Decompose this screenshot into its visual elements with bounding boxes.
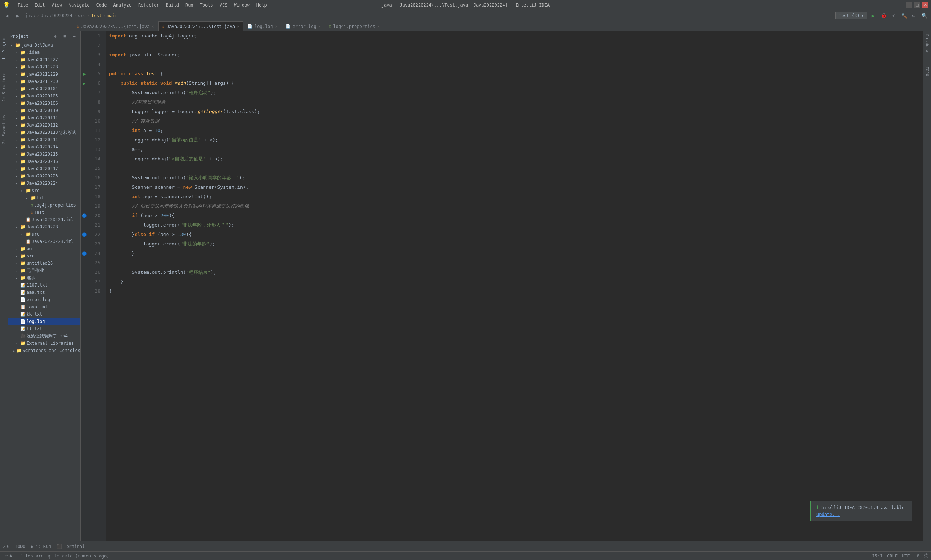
- tree-item[interactable]: ▸ 📁 src: [8, 252, 80, 260]
- tree-item[interactable]: ▸ 📁 Java20220215: [8, 151, 80, 158]
- run-gutter-icon[interactable]: ▶: [83, 71, 86, 77]
- tree-item[interactable]: 📝 1107.txt: [8, 282, 80, 289]
- tree-item[interactable]: ▸ 📁 Scratches and Consoles: [8, 347, 80, 354]
- tree-item[interactable]: ▸ 📁 java20211229: [8, 71, 80, 78]
- tree-item[interactable]: ▸ 📁 元旦作业: [8, 267, 80, 274]
- tree-item[interactable]: ▸ 📁 Java20220111: [8, 114, 80, 122]
- todo-button[interactable]: ✓ 6: TODO: [3, 544, 25, 549]
- tree-item[interactable]: 📋 java.iml: [8, 303, 80, 311]
- tree-item[interactable]: 📄 error.log: [8, 296, 80, 303]
- project-collapse-icon[interactable]: −: [70, 32, 78, 40]
- tab-close-icon[interactable]: ✕: [237, 25, 239, 28]
- tree-item[interactable]: ▸ 📁 Java20220106: [8, 100, 80, 107]
- close-button[interactable]: ✕: [922, 2, 928, 8]
- menu-refactor[interactable]: Refactor: [135, 2, 162, 8]
- tab-error-log[interactable]: 📄 error.log ✕: [282, 22, 325, 31]
- menu-build[interactable]: Build: [163, 2, 182, 8]
- sidebar-tab-database[interactable]: Database: [923, 31, 931, 56]
- tree-item[interactable]: ▸ 📁 External Libraries: [8, 340, 80, 347]
- tree-item[interactable]: ▸ 📁 Java20220113期末考试: [8, 129, 80, 136]
- tab-close-icon[interactable]: ✕: [152, 25, 154, 28]
- sidebar-tab-todo-right[interactable]: TODO: [923, 64, 931, 79]
- menu-file[interactable]: File: [15, 2, 31, 8]
- tree-item[interactable]: ▾ 📁 src: [8, 187, 80, 194]
- breadcrumb-test[interactable]: Test: [91, 13, 102, 18]
- menu-tools[interactable]: Tools: [197, 2, 216, 8]
- tree-item[interactable]: ▸ 📁 untitled26: [8, 260, 80, 267]
- tree-item[interactable]: ▸ 📁 Java20220214: [8, 143, 80, 151]
- search-everywhere-icon[interactable]: 🔍: [920, 12, 928, 20]
- menu-run[interactable]: Run: [183, 2, 196, 8]
- tree-item[interactable]: 📋 Java20220224.iml: [8, 216, 80, 223]
- run-button[interactable]: ▶: [869, 12, 877, 20]
- update-link[interactable]: Update...: [816, 512, 840, 517]
- tree-item[interactable]: ▸ 📁 继承: [8, 274, 80, 282]
- tree-item[interactable]: ▸ 📁 Java20220223: [8, 172, 80, 180]
- tree-item[interactable]: ▸ 📁 Java20220211: [8, 136, 80, 143]
- build-button[interactable]: 🔨: [900, 12, 908, 20]
- tree-item[interactable]: 📝 kk.txt: [8, 311, 80, 318]
- tree-item[interactable]: 🎥 这波让我装到了.mp4: [8, 332, 80, 340]
- back-button[interactable]: ◀: [3, 12, 11, 20]
- menu-vcs[interactable]: VCS: [217, 2, 231, 8]
- tree-item[interactable]: ☕ Test: [8, 209, 80, 216]
- minimize-button[interactable]: ─: [906, 2, 912, 8]
- menu-window[interactable]: Window: [231, 2, 252, 8]
- tree-item[interactable]: 📝 tt.txt: [8, 325, 80, 332]
- tree-item[interactable]: ▸ 📁 src: [8, 231, 80, 238]
- sidebar-tab-structure[interactable]: 2: Structure: [0, 70, 8, 105]
- sidebar-tab-project[interactable]: 1: Project: [0, 33, 8, 63]
- sidebar-tab-favorites[interactable]: 2: Favorites: [0, 112, 8, 146]
- tree-item[interactable]: ▸ 📁 out: [8, 245, 80, 252]
- tree-item[interactable]: 📝 aaa.txt: [8, 289, 80, 296]
- tree-item[interactable]: ▸ 📁 Java20211228: [8, 63, 80, 71]
- menu-edit[interactable]: Edit: [32, 2, 48, 8]
- tree-item[interactable]: ▸ 📁 java20220104: [8, 85, 80, 92]
- maximize-button[interactable]: □: [914, 2, 920, 8]
- line-separator[interactable]: CRLF: [887, 554, 897, 558]
- tree-item[interactable]: ▸ 📁 Java20211227: [8, 56, 80, 63]
- forward-button[interactable]: ▶: [14, 12, 22, 20]
- menu-navigate[interactable]: Navigate: [66, 2, 93, 8]
- breadcrumb-java[interactable]: java: [25, 13, 35, 18]
- menu-analyze[interactable]: Analyze: [110, 2, 135, 8]
- tree-item[interactable]: ▸ 📁 Java20220110: [8, 107, 80, 114]
- tab-test-228[interactable]: ☕ Java20220228\...\Test.java ✕: [73, 22, 158, 31]
- debug-button[interactable]: 🐞: [879, 12, 887, 20]
- tree-item[interactable]: ▾ 📁 Java20220224: [8, 180, 80, 187]
- tree-item[interactable]: ▸ 📁 Java20220216: [8, 158, 80, 165]
- tab-close-icon[interactable]: ✕: [275, 25, 277, 28]
- terminal-button[interactable]: ⬛ Terminal: [57, 544, 85, 549]
- menu-view[interactable]: View: [49, 2, 65, 8]
- tree-item[interactable]: ▸ 📁 lib: [8, 194, 80, 202]
- run-panel-button[interactable]: ▶ 4: Run: [31, 544, 51, 549]
- code-editor[interactable]: import org.apache.log4j.Logger;import ja…: [106, 31, 923, 541]
- breadcrumb-src[interactable]: src: [78, 13, 86, 18]
- tree-item[interactable]: ▸ 📁 Java20220217: [8, 165, 80, 172]
- project-layout-icon[interactable]: ⊞: [61, 32, 69, 40]
- menu-help[interactable]: Help: [254, 2, 270, 8]
- tree-item[interactable]: ▾ 📁 Java20220228: [8, 223, 80, 231]
- tree-item[interactable]: ▸ 📁 Java20211230: [8, 78, 80, 85]
- tab-test-224[interactable]: ☕ Java20220224\...\Test.java ✕: [158, 22, 244, 31]
- tab-log4j-props[interactable]: ⚙ log4j.properties ✕: [325, 22, 384, 31]
- settings-icon[interactable]: ⚙: [910, 12, 918, 20]
- tree-item[interactable]: 📄 log.log: [8, 318, 80, 325]
- input-mode[interactable]: 英: [924, 553, 928, 559]
- tree-item[interactable]: 📋 Java20220228.iml: [8, 238, 80, 245]
- menu-code[interactable]: Code: [94, 2, 110, 8]
- breadcrumb-project[interactable]: Java20220224: [41, 13, 72, 18]
- tab-log-log[interactable]: 📄 log.log ✕: [243, 22, 282, 31]
- coverage-button[interactable]: ⚡: [889, 12, 897, 20]
- tree-item[interactable]: ▾ 📂 java D:\Java: [8, 42, 80, 49]
- cursor-position[interactable]: 15:1: [872, 554, 883, 558]
- tree-item[interactable]: ▸ 📁 Java20220105: [8, 92, 80, 100]
- project-gear-icon[interactable]: ⚙: [51, 32, 59, 40]
- tree-item[interactable]: ▸ 📁 Java20220112: [8, 122, 80, 129]
- run-config-selector[interactable]: Test (3) ▾: [836, 12, 867, 19]
- tree-item[interactable]: ⚙ log4j.properties: [8, 202, 80, 209]
- run-gutter-icon[interactable]: ▶: [83, 80, 86, 86]
- tab-close-icon[interactable]: ✕: [377, 25, 380, 28]
- tree-item[interactable]: ▸ 📁 .idea: [8, 49, 80, 56]
- encoding[interactable]: UTF-: [902, 554, 913, 558]
